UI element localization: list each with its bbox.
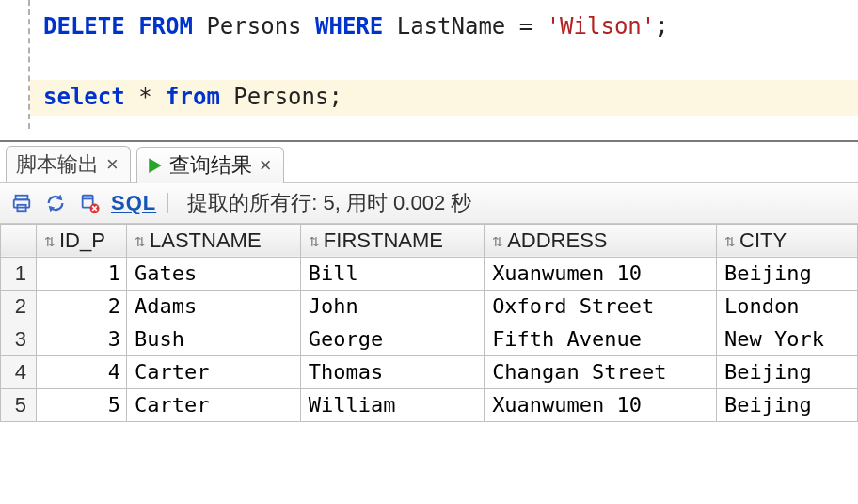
rownum-cell: 3 [1, 323, 37, 355]
cell-id[interactable]: 1 [37, 257, 127, 290]
kw-where: WHERE [315, 13, 383, 39]
cell-id[interactable]: 3 [37, 323, 127, 355]
rownum-header[interactable] [1, 224, 37, 257]
cell-city[interactable]: Beijing [717, 388, 858, 421]
semicolon: ; [655, 13, 668, 39]
kw-from-2: from [166, 84, 220, 110]
play-icon [147, 157, 164, 174]
output-tabs: 脚本输出 × 查询结果 × [0, 140, 858, 182]
col-lastname-label: LASTNAME [150, 228, 262, 252]
sql-line-blank[interactable] [30, 45, 858, 81]
rownum-cell: 5 [1, 388, 37, 421]
semicolon-2: ; [328, 84, 342, 110]
kw-delete: DELETE [43, 13, 125, 39]
rownum-cell: 4 [1, 355, 37, 388]
col-id-p-label: ID_P [59, 228, 105, 252]
tab-query-result-label: 查询结果 [169, 151, 252, 180]
col-name: LastName [397, 13, 506, 39]
print-icon[interactable] [9, 191, 34, 215]
tab-query-result[interactable]: 查询结果 × [136, 147, 284, 183]
cell-firstname[interactable]: Bill [300, 257, 484, 290]
col-city[interactable]: ⇅CITY [717, 224, 858, 257]
tab-script-output[interactable]: 脚本输出 × [6, 146, 131, 182]
cell-firstname[interactable]: George [300, 323, 484, 355]
refresh-icon[interactable] [43, 191, 68, 215]
sort-icon: ⇅ [44, 234, 56, 249]
sort-icon: ⇅ [724, 234, 736, 249]
results-toolbar: SQL 提取的所有行: 5, 用时 0.002 秒 [0, 182, 858, 224]
tab-script-output-label: 脚本输出 [16, 150, 99, 179]
cell-address[interactable]: Oxford Street [485, 290, 717, 323]
op-eq: = [519, 13, 532, 39]
sort-icon: ⇅ [309, 234, 320, 249]
sql-line-2[interactable]: select * from Persons; [30, 80, 858, 116]
cell-lastname[interactable]: Carter [127, 388, 301, 421]
cell-lastname[interactable]: Bush [127, 323, 301, 355]
col-firstname[interactable]: ⇅FIRSTNAME [300, 224, 484, 257]
cell-firstname[interactable]: Thomas [300, 355, 484, 388]
cell-address[interactable]: Changan Street [485, 355, 717, 388]
col-lastname[interactable]: ⇅LASTNAME [127, 224, 301, 257]
status-prefix: 提取的所有行: [187, 191, 317, 214]
col-address-label: ADDRESS [507, 228, 607, 252]
table-row[interactable]: 3 3 Bush George Fifth Avenue New York [1, 323, 858, 355]
status-elapsed: 0.002 [393, 191, 445, 214]
delete-results-icon[interactable] [77, 191, 102, 215]
svg-rect-2 [14, 199, 30, 207]
rownum-cell: 1 [1, 257, 37, 290]
status-suffix: 秒 [451, 191, 471, 214]
cell-address[interactable]: Xuanwumen 10 [485, 257, 717, 290]
col-firstname-label: FIRSTNAME [324, 228, 443, 252]
table-name-2: Persons [233, 84, 328, 110]
cell-firstname[interactable]: William [300, 388, 484, 421]
status-text: 提取的所有行: 5, 用时 0.002 秒 [187, 189, 471, 217]
status-rowcount: 5 [323, 191, 334, 214]
cell-address[interactable]: Xuanwumen 10 [485, 388, 717, 421]
sql-line-1[interactable]: DELETE FROM Persons WHERE LastName = 'Wi… [30, 9, 858, 45]
col-id-p[interactable]: ⇅ID_P [37, 224, 127, 257]
close-icon[interactable]: × [260, 153, 272, 178]
table-row[interactable]: 5 5 Carter William Xuanwumen 10 Beijing [1, 388, 858, 421]
cell-lastname[interactable]: Carter [127, 355, 301, 388]
cell-city[interactable]: Beijing [717, 257, 858, 290]
cell-id[interactable]: 4 [37, 355, 127, 388]
kw-from: FROM [138, 13, 193, 39]
kw-select: select [43, 84, 125, 110]
header-row: ⇅ID_P ⇅LASTNAME ⇅FIRSTNAME ⇅ADDRESS ⇅CIT… [1, 224, 858, 257]
cell-city[interactable]: London [717, 290, 858, 323]
sort-icon: ⇅ [135, 234, 146, 249]
table-name: Persons [206, 13, 301, 39]
sort-icon: ⇅ [492, 234, 503, 249]
svg-marker-0 [149, 158, 162, 173]
cell-firstname[interactable]: John [300, 290, 484, 323]
star: * [138, 84, 151, 110]
sql-editor[interactable]: DELETE FROM Persons WHERE LastName = 'Wi… [28, 0, 858, 129]
results-grid[interactable]: ⇅ID_P ⇅LASTNAME ⇅FIRSTNAME ⇅ADDRESS ⇅CIT… [0, 224, 858, 422]
cell-address[interactable]: Fifth Avenue [485, 323, 717, 355]
toolbar-separator [167, 193, 168, 213]
cell-id[interactable]: 2 [37, 290, 127, 323]
status-middle: , 用时 [335, 191, 388, 214]
results-table[interactable]: ⇅ID_P ⇅LASTNAME ⇅FIRSTNAME ⇅ADDRESS ⇅CIT… [0, 224, 858, 422]
col-address[interactable]: ⇅ADDRESS [485, 224, 717, 257]
table-row[interactable]: 1 1 Gates Bill Xuanwumen 10 Beijing [1, 257, 858, 290]
sql-link[interactable]: SQL [111, 191, 156, 215]
close-icon[interactable]: × [106, 152, 119, 177]
table-row[interactable]: 2 2 Adams John Oxford Street London [1, 290, 858, 323]
col-city-label: CITY [739, 228, 786, 252]
string-literal: 'Wilson' [547, 13, 656, 39]
cell-id[interactable]: 5 [37, 388, 127, 421]
cell-lastname[interactable]: Gates [127, 257, 301, 290]
rownum-cell: 2 [1, 290, 37, 323]
cell-city[interactable]: Beijing [717, 355, 858, 388]
cell-lastname[interactable]: Adams [127, 290, 301, 323]
cell-city[interactable]: New York [717, 323, 858, 355]
table-row[interactable]: 4 4 Carter Thomas Changan Street Beijing [1, 355, 858, 388]
